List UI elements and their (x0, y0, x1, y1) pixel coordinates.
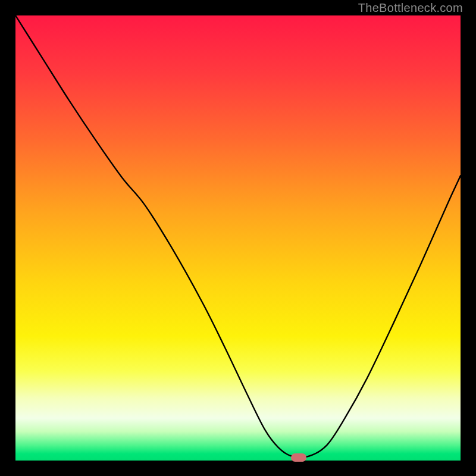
chart-frame: TheBottleneck.com (0, 0, 476, 476)
plot-svg (15, 15, 461, 461)
optimum-marker (291, 453, 306, 462)
watermark-text: TheBottleneck.com (358, 1, 463, 15)
plot-area (15, 15, 461, 461)
plot-background (15, 15, 461, 461)
